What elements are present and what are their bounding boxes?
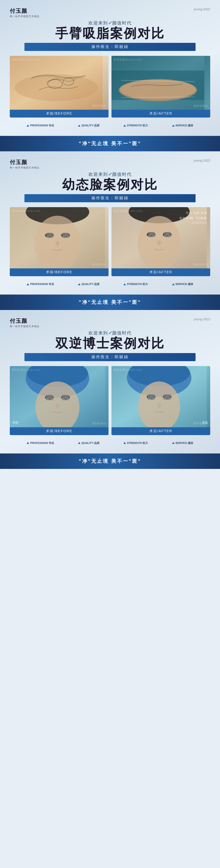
- tag-quality-3: QUALITY·品质: [78, 441, 99, 445]
- svg-rect-48: [167, 235, 169, 237]
- tag-quality-1: QUALITY·品质: [78, 124, 99, 127]
- svg-rect-62: [46, 398, 49, 400]
- svg-rect-61: [51, 396, 53, 398]
- section-double-reverse: 付玉颜 每一份手术都是艺术精品 young 2022 欢迎来到✓颜值时代 双逆博…: [0, 310, 220, 453]
- svg-rect-46: [169, 232, 170, 235]
- separator-text-3: "净"无止境 美不一"斑": [79, 458, 141, 464]
- svg-rect-83: [148, 397, 150, 399]
- show-time-overlay: 安全·有效·权威 SHOW TIME 术后效果展示: [179, 211, 207, 224]
- svg-rect-87: [166, 395, 169, 397]
- logo-row-2: 付玉颜 每一份手术都是艺术精品 young 2022: [10, 159, 210, 169]
- svg-point-15: [56, 241, 60, 246]
- tags-row-3: PROFESSION·专业 QUALITY·品质 STRENGTH·实力 SER…: [10, 439, 210, 448]
- svg-point-77: [157, 403, 161, 408]
- brand-year-2: young 2022: [194, 159, 210, 162]
- svg-rect-81: [150, 395, 152, 397]
- svg-rect-80: [148, 395, 150, 397]
- svg-rect-20: [51, 234, 53, 235]
- doctor-bar-3: 操作医生：郎丽娟: [25, 353, 195, 361]
- doctor-bar-1: 操作医生：郎丽娟: [25, 43, 195, 51]
- before-photo-3: 术前 素材能量站scnlz.com 素材能量站 术前/BEFORE: [10, 366, 109, 435]
- before-photo-2: 素材能量站scnlz.com 素材能量站 术前/BEFORE: [10, 207, 109, 276]
- after-image-2: 安全·有效·权威 SHOW TIME 术后效果展示 素材能量站scnlz.com…: [111, 207, 210, 268]
- logo-left: 付玉颜 每一份手术都是艺术精品: [10, 7, 39, 18]
- logo-left-3: 付玉颜 每一份手术都是艺术精品: [10, 317, 39, 328]
- svg-rect-38: [149, 232, 151, 235]
- tag-triangle-icon: [27, 125, 29, 127]
- svg-rect-91: [169, 397, 171, 399]
- before-image-3: 术前 素材能量站scnlz.com 素材能量站: [10, 366, 109, 427]
- svg-rect-90: [166, 397, 169, 399]
- svg-rect-42: [151, 235, 152, 237]
- svg-rect-41: [149, 235, 151, 237]
- tag-text: PROFESSION·专业: [30, 124, 54, 127]
- tag-profession-1: PROFESSION·专业: [27, 124, 54, 127]
- tag-text: STRENGTH·实力: [127, 124, 148, 127]
- svg-rect-60: [49, 396, 51, 398]
- tag-text-9: SERVICE·服务: [176, 441, 193, 445]
- tag-triangle-icon: [123, 125, 126, 127]
- svg-point-1: [15, 74, 98, 101]
- svg-rect-24: [63, 234, 65, 235]
- brand-name: 付玉颜: [10, 7, 39, 15]
- after-photo-1: 素材能量站scnlz.com 素材能量站 术后/AFTER: [111, 56, 210, 118]
- svg-rect-39: [151, 232, 152, 235]
- svg-rect-28: [65, 235, 67, 237]
- svg-rect-69: [65, 398, 67, 400]
- svg-rect-89: [164, 397, 166, 399]
- watermark-7: 素材能量站scnlz.com: [113, 209, 142, 213]
- svg-rect-45: [167, 232, 169, 235]
- brand-name-2: 付玉颜: [10, 159, 39, 166]
- tag-triangle-icon-9: [172, 442, 175, 444]
- svg-point-56: [56, 403, 60, 408]
- tag-text-3: QUALITY·品质: [81, 282, 99, 286]
- tag-text-2: PROFESSION·专业: [30, 282, 54, 286]
- main-title-2: 幼态脸案例对比: [10, 178, 210, 192]
- svg-rect-64: [51, 398, 53, 400]
- brand-subtitle: 每一份手术都是艺术精品: [10, 15, 39, 18]
- tag-service-3: SERVICE·服务: [172, 441, 193, 445]
- tag-text-6: PROFESSION·专业: [30, 441, 54, 445]
- brand-subtitle-2: 每一份手术都是艺术精品: [10, 166, 39, 169]
- tag-triangle-icon-3: [78, 283, 80, 285]
- tag-triangle-icon: [172, 125, 175, 127]
- before-label-2: 术前/BEFORE: [10, 268, 109, 276]
- before-label-1: 术前/BEFORE: [10, 110, 109, 118]
- main-title-3: 双逆博士案例对比: [10, 336, 210, 350]
- watermark-12: 素材能量站: [194, 422, 208, 425]
- logo-row-3: 付玉颜 每一份手术都是艺术精品 young 2022: [10, 317, 210, 328]
- svg-rect-29: [67, 235, 69, 237]
- tag-triangle-icon-4: [123, 283, 126, 285]
- logo-row: 付玉颜 每一份手术都是艺术精品 young 2022: [10, 7, 210, 18]
- before-image-2: 素材能量站scnlz.com 素材能量站: [10, 207, 109, 268]
- logo-left-2: 付玉颜 每一份手术都是艺术精品: [10, 159, 39, 169]
- after-photo-3: 术后 素材能量站scnlz.com 素材能量站 术后/AFTER: [111, 366, 210, 435]
- before-image-1: 素材能量站scnlz.com 素材能量站: [10, 56, 109, 110]
- svg-rect-43: [152, 235, 154, 237]
- svg-rect-86: [164, 395, 166, 397]
- section-youthful-face: 付玉颜 每一份手术都是艺术精品 young 2022 欢迎来到✓颜值时代 幼态脸…: [0, 151, 220, 294]
- brand-year-3: young 2022: [194, 317, 210, 321]
- watermark-6: 素材能量站: [92, 263, 107, 267]
- watermark-9: 素材能量站scnlz.com: [12, 368, 41, 372]
- tag-triangle-icon-2: [27, 283, 29, 285]
- svg-rect-18: [47, 234, 49, 235]
- separator-text-1: "净"无止境 美不一"斑": [79, 141, 141, 146]
- main-title-1: 手臂吸脂案例对比: [10, 26, 210, 40]
- tag-strength-1: STRENGTH·实力: [123, 124, 148, 127]
- tags-row-1: PROFESSION·专业 QUALITY·品质 STRENGTH·实力 SER…: [10, 121, 210, 131]
- watermark-1: 素材能量站scnlz.com: [12, 58, 41, 61]
- after-image-1: 素材能量站scnlz.com 素材能量站: [111, 56, 210, 110]
- svg-rect-44: [164, 232, 167, 235]
- tag-triangle-icon-6: [27, 442, 29, 444]
- section-arm-liposuction: 付玉颜 每一份手术都是艺术精品 young 2022 欢迎来到✓颜值时代 手臂吸…: [0, 0, 220, 136]
- tag-text-7: QUALITY·品质: [81, 441, 99, 445]
- after-photo-2: 安全·有效·权威 SHOW TIME 术后效果展示 素材能量站scnlz.com…: [111, 207, 210, 276]
- before-photo-1: 素材能量站scnlz.com 素材能量站 术前/BEFORE: [10, 56, 109, 118]
- tag-strength-3: STRENGTH·实力: [123, 441, 148, 445]
- svg-rect-40: [152, 232, 154, 235]
- tag-text: QUALITY·品质: [81, 124, 99, 127]
- welcome-text-2: 欢迎来到✓颜值时代: [10, 172, 210, 177]
- tag-profession-2: PROFESSION·专业: [27, 282, 54, 286]
- after-label-2: 术后/AFTER: [111, 268, 210, 276]
